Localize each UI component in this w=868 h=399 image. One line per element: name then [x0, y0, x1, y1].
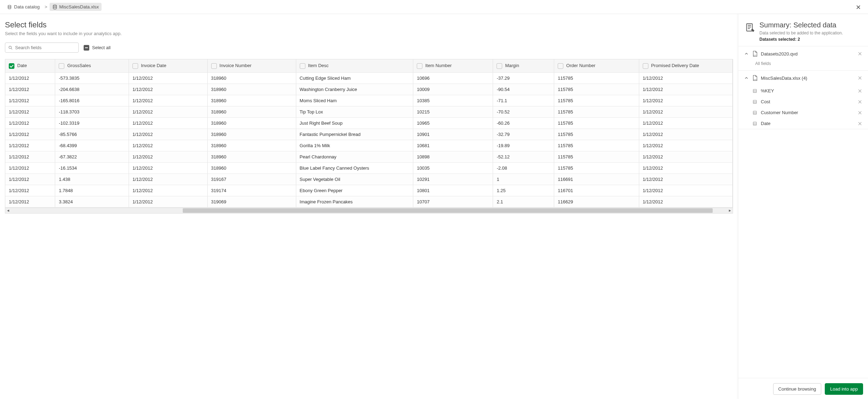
- summary-count: Datasets selected: 2: [759, 37, 843, 42]
- table-cell: Just Right Beef Soup: [296, 117, 413, 129]
- dataset-header[interactable]: XLSXMiscSalesData.xlsx (4): [738, 71, 868, 85]
- column-header[interactable]: Item Number: [413, 59, 493, 72]
- column-header[interactable]: Promised Delivery Date: [639, 59, 732, 72]
- column-checkbox[interactable]: [132, 63, 138, 69]
- table-cell: 1/12/2012: [129, 151, 207, 162]
- select-all-checkbox-indeterminate[interactable]: [84, 45, 89, 51]
- table-cell: 1/12/2012: [639, 129, 732, 140]
- remove-icon[interactable]: [857, 76, 862, 80]
- breadcrumb-bar: Data catalog > MiscSalesData.xlsx ✕: [0, 0, 868, 14]
- table-cell: 319069: [207, 196, 296, 207]
- column-header[interactable]: Margin: [493, 59, 554, 72]
- table-cell: Tip Top Lox: [296, 106, 413, 117]
- svg-text:QVD: QVD: [753, 55, 756, 56]
- data-table: DateGrossSalesInvoice DateInvoice Number…: [5, 59, 733, 214]
- remove-icon[interactable]: [857, 121, 862, 126]
- table-cell: 10801: [413, 185, 493, 196]
- chevron-up-icon[interactable]: [744, 76, 749, 80]
- table-cell: 1/12/2012: [5, 84, 55, 95]
- table-cell: 1/12/2012: [5, 106, 55, 117]
- table-cell: Super Vegetable Oil: [296, 174, 413, 185]
- search-input-wrap[interactable]: [5, 42, 79, 53]
- table-row: 1/12/20123.38241/12/2012319069Imagine Fr…: [5, 196, 733, 207]
- table-cell: -573.3835: [55, 72, 129, 84]
- table-cell: 116691: [554, 174, 639, 185]
- summary-title: Summary: Selected data: [759, 21, 843, 29]
- table-cell: 1/12/2012: [129, 84, 207, 95]
- field-icon: [752, 99, 757, 104]
- column-checkbox[interactable]: [300, 63, 305, 69]
- table-cell: 1.25: [493, 185, 554, 196]
- search-input[interactable]: [15, 45, 76, 50]
- column-checkbox[interactable]: [497, 63, 502, 69]
- breadcrumb-current[interactable]: MiscSalesData.xlsx: [50, 3, 102, 11]
- remove-icon[interactable]: [857, 99, 862, 104]
- column-checkbox[interactable]: [59, 63, 64, 69]
- column-checkbox[interactable]: [211, 63, 217, 69]
- scroll-right-arrow[interactable]: ▶: [727, 208, 733, 213]
- load-into-app-button[interactable]: Load into app: [825, 383, 863, 395]
- table-cell: 1/12/2012: [5, 196, 55, 207]
- remove-icon[interactable]: [857, 51, 862, 56]
- column-checkbox[interactable]: [417, 63, 422, 69]
- column-header[interactable]: Invoice Date: [129, 59, 207, 72]
- svg-rect-29: [753, 122, 756, 125]
- column-header[interactable]: Item Desc: [296, 59, 413, 72]
- table-cell: 10707: [413, 196, 493, 207]
- horizontal-scrollbar[interactable]: ◀ ▶: [5, 208, 733, 213]
- column-header[interactable]: Invoice Number: [207, 59, 296, 72]
- column-checkbox[interactable]: [643, 63, 648, 69]
- field-row: Customer Number: [738, 107, 868, 118]
- breadcrumb-root[interactable]: Data catalog: [4, 3, 43, 11]
- table-cell: -70.52: [493, 106, 554, 117]
- table-row: 1/12/2012-573.38351/12/2012318960Cutting…: [5, 72, 733, 84]
- table-cell: 1/12/2012: [639, 95, 732, 106]
- column-header-label: Order Number: [566, 63, 595, 68]
- column-header-label: Promised Delivery Date: [651, 63, 699, 68]
- breadcrumb-separator: >: [45, 4, 47, 9]
- table-cell: -2.08: [493, 162, 554, 174]
- table-cell: -71.1: [493, 95, 554, 106]
- table-cell: 1/12/2012: [639, 162, 732, 174]
- remove-icon[interactable]: [857, 89, 862, 93]
- table-cell: 115785: [554, 140, 639, 151]
- breadcrumb-current-label: MiscSalesData.xlsx: [59, 4, 99, 9]
- dataset-header[interactable]: QVDDatasets2020.qvd: [738, 46, 868, 61]
- table-cell: -16.1534: [55, 162, 129, 174]
- catalog-icon: [7, 5, 12, 9]
- table-row: 1/12/2012-67.38221/12/2012318960Pearl Ch…: [5, 151, 733, 162]
- column-header[interactable]: GrossSales: [55, 59, 129, 72]
- table-cell: 318960: [207, 84, 296, 95]
- column-checkbox[interactable]: [558, 63, 563, 69]
- remove-icon[interactable]: [857, 110, 862, 115]
- table-cell: -85.5766: [55, 129, 129, 140]
- field-name: %KEY: [761, 88, 854, 93]
- field-name: Date: [761, 121, 854, 126]
- column-header[interactable]: Date: [5, 59, 55, 72]
- field-row: Date: [738, 118, 868, 129]
- table-cell: 1/12/2012: [5, 151, 55, 162]
- column-checkbox[interactable]: [9, 63, 14, 69]
- svg-point-0: [8, 5, 11, 6]
- table-cell: 10681: [413, 140, 493, 151]
- scroll-thumb[interactable]: [183, 208, 713, 213]
- table-cell: Pearl Chardonnay: [296, 151, 413, 162]
- table-cell: -60.26: [493, 117, 554, 129]
- table-cell: 318960: [207, 162, 296, 174]
- table-row: 1/12/2012-165.80161/12/2012318960Moms Sl…: [5, 95, 733, 106]
- table-cell: 115785: [554, 117, 639, 129]
- field-row: Cost: [738, 96, 868, 107]
- table-cell: -52.12: [493, 151, 554, 162]
- select-all-toggle[interactable]: Select all: [84, 45, 111, 51]
- select-all-label: Select all: [92, 45, 111, 50]
- table-cell: 115785: [554, 84, 639, 95]
- chevron-up-icon[interactable]: [744, 51, 749, 56]
- continue-browsing-button[interactable]: Continue browsing: [773, 383, 822, 395]
- dataset-name: MiscSalesData.xlsx (4): [761, 76, 855, 81]
- table-cell: 1/12/2012: [639, 185, 732, 196]
- table-cell: Ebony Green Pepper: [296, 185, 413, 196]
- close-icon[interactable]: ✕: [854, 3, 863, 12]
- column-header[interactable]: Order Number: [554, 59, 639, 72]
- scroll-left-arrow[interactable]: ◀: [5, 208, 11, 213]
- table-cell: 1/12/2012: [129, 185, 207, 196]
